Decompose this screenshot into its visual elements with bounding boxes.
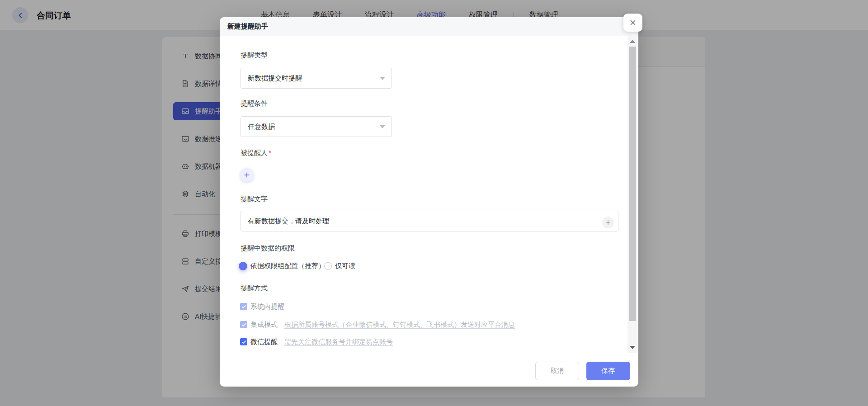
reminder-condition-label: 提醒条件: [241, 99, 268, 108]
recipient-label-text: 被提醒人: [241, 149, 268, 156]
reminder-condition-value: 任意数据: [248, 123, 275, 131]
checkbox-label: 系统内提醒: [250, 302, 284, 311]
close-button[interactable]: [623, 14, 642, 32]
checkbox-checked-disabled-icon[interactable]: [240, 303, 247, 310]
reminder-text-input[interactable]: [241, 211, 618, 231]
checkbox-checked-disabled-icon[interactable]: [240, 321, 247, 328]
data-permission-label: 提醒中数据的权限: [241, 244, 295, 253]
insert-field-button[interactable]: [602, 217, 614, 228]
save-button[interactable]: 保存: [586, 362, 630, 380]
checkbox-label: 集成模式: [250, 321, 278, 329]
reminder-text-label: 提醒文字: [241, 195, 268, 203]
recipient-label: 被提醒人*: [241, 149, 271, 157]
checkbox-label: 微信提醒: [250, 338, 278, 346]
cancel-button[interactable]: 取消: [535, 362, 579, 380]
checkbox-row-system: 系统内提醒: [240, 302, 284, 312]
radio-read-only[interactable]: 仅可读: [324, 260, 355, 272]
required-mark: *: [269, 149, 271, 156]
new-reminder-modal: 新建提醒助手 提醒类型 新数据提交时提醒 提醒条件 任意数据 被提醒人*: [220, 17, 638, 387]
radio-label: 仅可读: [335, 262, 355, 270]
plus-icon: [605, 219, 611, 226]
modal-title: 新建提醒助手: [227, 22, 268, 31]
app-page: 合同订单 基本信息 表单设计 流程设计 高级功能 权限管理 | 数据管理 T 数…: [0, 0, 868, 406]
add-recipient-button[interactable]: [240, 168, 254, 182]
reminder-type-value: 新数据提交时提醒: [248, 74, 302, 83]
scroll-down-arrow-icon[interactable]: [630, 346, 635, 349]
reminder-method-label: 提醒方式: [241, 284, 268, 293]
radio-label: 依据权限组配置（推荐）: [250, 262, 325, 270]
radio-unselected-icon: [324, 262, 332, 270]
close-icon: [629, 19, 637, 27]
checkbox-row-wechat: 微信提醒 需先关注微信服务号并绑定易点账号: [240, 337, 393, 347]
checkbox-description: 根据所属账号模式（企业微信模式、钉钉模式、飞书模式）发送对应平台消息: [284, 321, 515, 329]
scroll-up-arrow-icon[interactable]: [630, 40, 635, 43]
reminder-type-label: 提醒类型: [241, 51, 268, 60]
reminder-type-select[interactable]: 新数据提交时提醒: [241, 68, 392, 89]
scrollbar-thumb[interactable]: [629, 47, 636, 321]
checkbox-description: 需先关注微信服务号并绑定易点账号: [284, 338, 393, 346]
radio-selected-icon: [239, 262, 247, 270]
plus-icon: [243, 171, 250, 179]
radio-permission-group[interactable]: 依据权限组配置（推荐）: [239, 260, 325, 272]
chevron-down-icon: [380, 125, 385, 128]
checkbox-row-integration: 集成模式 根据所属账号模式（企业微信模式、钉钉模式、飞书模式）发送对应平台消息: [240, 320, 515, 330]
chevron-down-icon: [380, 77, 385, 80]
modal-header: 新建提醒助手: [220, 17, 638, 36]
checkbox-checked-icon[interactable]: [240, 338, 247, 345]
modal-scrollbar[interactable]: [627, 36, 637, 353]
reminder-condition-select[interactable]: 任意数据: [241, 116, 392, 137]
